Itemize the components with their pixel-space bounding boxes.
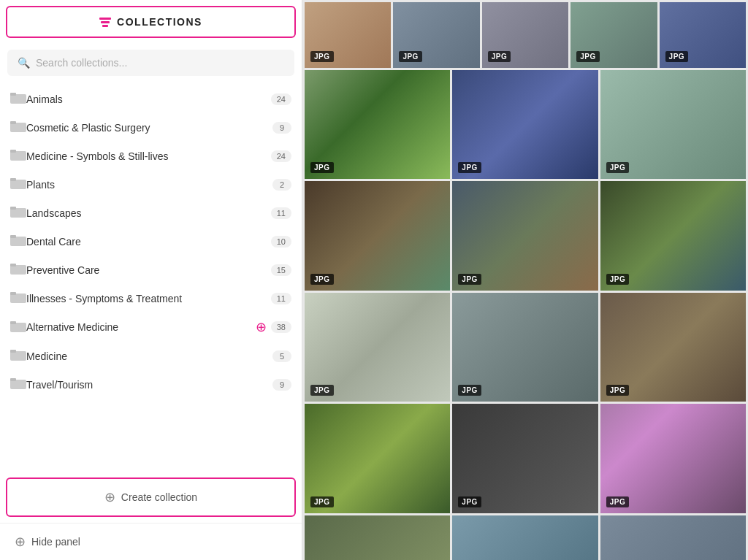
image-cell[interactable]: JPG xyxy=(393,2,479,68)
collection-count: 24 xyxy=(271,150,291,162)
collection-name: Alternative Medicine xyxy=(26,321,256,333)
image-grid: JPGJPGJPGJPGJPGJPGJPGJPGJPGJPGJPGJPGJPGJ… xyxy=(302,68,748,560)
collection-name: Cosmetic & Plastic Surgery xyxy=(26,122,272,134)
main-content: JPGJPGJPGJPGJPG JPGJPGJPGJPGJPGJPGJPGJPG… xyxy=(302,0,748,560)
collection-item[interactable]: Animals24 xyxy=(0,85,302,113)
sidebar: COLLECTIONS 🔍 Search collections... Anim… xyxy=(0,0,302,560)
image-cell[interactable]: JPG xyxy=(600,70,746,179)
format-badge: JPG xyxy=(310,51,334,62)
collection-item[interactable]: Cosmetic & Plastic Surgery9 xyxy=(0,113,302,142)
collection-item[interactable]: Landscapes11 xyxy=(0,199,302,227)
format-badge: JPG xyxy=(606,496,630,507)
format-badge: JPG xyxy=(606,162,630,173)
image-cell[interactable]: JPG xyxy=(305,404,450,513)
format-badge: JPG xyxy=(399,51,422,62)
collection-count: 5 xyxy=(272,350,291,362)
format-badge: JPG xyxy=(310,385,334,396)
image-cell[interactable]: JPG xyxy=(570,2,657,68)
create-collection-button[interactable]: ⊕ Create collection xyxy=(6,477,296,517)
collection-count: 11 xyxy=(271,293,291,304)
format-badge: JPG xyxy=(576,51,600,62)
svg-rect-3 xyxy=(10,121,16,124)
format-badge: JPG xyxy=(606,385,630,396)
collection-count: 38 xyxy=(271,321,291,333)
search-bar[interactable]: 🔍 Search collections... xyxy=(7,50,294,76)
collection-name: Illnesses - Symptoms & Treatment xyxy=(26,293,271,304)
search-input[interactable]: Search collections... xyxy=(36,57,284,69)
create-collection-label: Create collection xyxy=(121,491,197,503)
hide-panel-button[interactable]: ⊕ Hide panel xyxy=(0,523,302,560)
svg-rect-17 xyxy=(10,321,16,324)
collection-name: Travel/Tourism xyxy=(26,379,272,391)
image-cell[interactable]: JPG xyxy=(305,293,450,402)
image-cell[interactable]: JPG xyxy=(600,404,746,513)
image-cell[interactable]: JPG xyxy=(600,181,746,290)
image-cell[interactable]: JPG xyxy=(305,181,450,290)
collection-count: 15 xyxy=(271,264,291,276)
folder-icon xyxy=(10,177,26,192)
collection-item[interactable]: Medicine - Symbols & Still-lives24 xyxy=(0,142,302,170)
folder-icon xyxy=(10,120,26,135)
svg-rect-15 xyxy=(10,292,16,295)
folder-icon xyxy=(10,148,26,164)
image-cell[interactable]: JPG xyxy=(600,515,746,560)
image-cell[interactable]: JPG xyxy=(305,70,450,179)
svg-rect-5 xyxy=(10,150,16,153)
image-cell[interactable]: JPG xyxy=(452,181,598,290)
format-badge: JPG xyxy=(310,162,334,173)
svg-rect-13 xyxy=(10,264,16,266)
folder-icon xyxy=(10,234,26,249)
collection-item[interactable]: Travel/Tourism9 xyxy=(0,370,302,399)
format-badge: JPG xyxy=(458,496,481,507)
collection-item[interactable]: Plants2 xyxy=(0,170,302,199)
image-cell[interactable]: JPG xyxy=(305,2,391,68)
plus-icon: ⊕ xyxy=(104,489,115,505)
svg-rect-7 xyxy=(10,178,16,181)
collection-name: Preventive Care xyxy=(26,264,271,276)
collections-list: Animals24 Cosmetic & Plastic Surgery9 Me… xyxy=(0,82,302,472)
image-cell[interactable]: JPG xyxy=(452,70,598,179)
circle-plus-icon: ⊕ xyxy=(15,534,26,550)
svg-rect-11 xyxy=(10,235,16,238)
svg-rect-9 xyxy=(10,207,16,210)
collections-header: COLLECTIONS xyxy=(6,6,296,38)
collection-item[interactable]: Dental Care10 xyxy=(0,227,302,256)
folder-icon xyxy=(10,320,26,335)
collection-item[interactable]: Illnesses - Symptoms & Treatment11 xyxy=(0,284,302,312)
collection-name: Medicine xyxy=(26,350,272,362)
collection-count: 2 xyxy=(272,179,291,191)
collection-count: 24 xyxy=(271,93,291,105)
image-cell[interactable]: JPG xyxy=(660,2,746,68)
collections-icon xyxy=(99,18,111,27)
folder-icon xyxy=(10,205,26,220)
folder-icon xyxy=(10,377,26,392)
collection-name: Animals xyxy=(26,93,271,105)
format-badge: JPG xyxy=(458,162,481,173)
top-image-row: JPGJPGJPGJPGJPG xyxy=(302,0,748,68)
collection-name: Plants xyxy=(26,179,272,191)
folder-icon xyxy=(10,291,26,306)
collection-name: Landscapes xyxy=(26,207,271,219)
svg-rect-21 xyxy=(10,378,16,381)
collection-count: 10 xyxy=(271,236,291,248)
hide-panel-label: Hide panel xyxy=(31,536,80,548)
format-badge: JPG xyxy=(458,274,481,285)
collection-item[interactable]: Preventive Care15 xyxy=(0,256,302,284)
image-cell[interactable]: JPG xyxy=(305,515,450,560)
format-badge: JPG xyxy=(310,496,334,507)
search-icon: 🔍 xyxy=(18,57,30,69)
collection-count: 9 xyxy=(272,122,291,134)
folder-icon xyxy=(10,262,26,277)
collection-item[interactable]: Medicine5 xyxy=(0,342,302,370)
collection-name: Dental Care xyxy=(26,236,271,248)
image-cell[interactable]: JPG xyxy=(452,515,598,560)
image-cell[interactable]: JPG xyxy=(452,293,598,402)
image-cell[interactable]: JPG xyxy=(482,2,568,68)
collection-item[interactable]: Alternative Medicine⊕38 xyxy=(0,312,302,342)
svg-rect-19 xyxy=(10,350,16,353)
folder-icon xyxy=(10,91,26,107)
collection-count: 9 xyxy=(272,379,291,391)
image-cell[interactable]: JPG xyxy=(452,404,598,513)
image-cell[interactable]: JPG xyxy=(600,293,746,402)
add-to-collection-icon[interactable]: ⊕ xyxy=(256,319,267,335)
